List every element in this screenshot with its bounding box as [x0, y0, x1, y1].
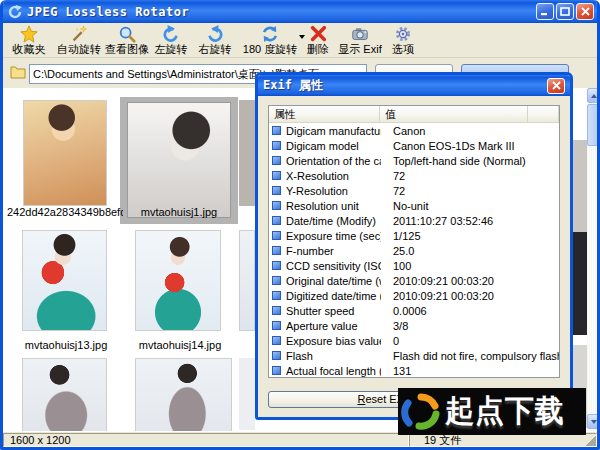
property-label: Actual focal length (mm) — [286, 365, 381, 377]
thumbnail-filename[interactable]: mvtaohuisj1.jpg — [123, 206, 235, 218]
property-label: Shutter speed — [286, 305, 381, 317]
property-label: Orientation of the camera — [286, 155, 381, 167]
property-icon — [272, 276, 281, 285]
thumbnail-filename[interactable]: mvtaohuisj13.jpg — [11, 339, 121, 351]
maximize-button[interactable] — [556, 3, 574, 20]
property-label: X-Resolution — [286, 170, 381, 182]
property-value: 72 — [381, 185, 559, 197]
thumbnail-image[interactable] — [239, 358, 255, 430]
table-row[interactable]: Resolution unitNo-unit — [269, 198, 559, 213]
table-row[interactable]: Exposure time (sec)1/125 — [269, 228, 559, 243]
table-row[interactable]: Y-Resolution72 — [269, 183, 559, 198]
table-row[interactable]: Shutter speed0.0006 — [269, 303, 559, 318]
delete-icon — [309, 25, 327, 43]
thumbnail-image[interactable] — [135, 230, 221, 331]
empty-column-header[interactable] — [528, 106, 559, 123]
thumbnail-image[interactable] — [135, 358, 232, 431]
thumbnail-image[interactable] — [127, 102, 231, 218]
thumbnail-image[interactable] — [23, 100, 107, 206]
gear-icon — [394, 25, 412, 43]
exif-dialog: Exif 属性 属性 值 Digicam manufacturerCanon D… — [255, 72, 573, 420]
property-value: 0.0006 — [381, 305, 559, 317]
rotate-180-button[interactable]: 180 度旋转 — [239, 23, 301, 57]
favorites-label: 收藏夹 — [13, 43, 46, 56]
property-label: Digicam manufacturer — [286, 125, 381, 137]
vertical-scrollbar[interactable] — [587, 88, 600, 431]
value-column-header[interactable]: 值 — [380, 106, 528, 123]
property-value: 1/125 — [381, 230, 559, 242]
table-row[interactable]: Original date/time (whe...2010:09:21 00:… — [269, 273, 559, 288]
toolbar: 收藏夹 自动旋转 查看图像 左旋转 右旋转 180 度旋转 删除 — [3, 23, 597, 58]
table-row[interactable]: FlashFlash did not fire, compulsory flas… — [269, 348, 559, 363]
rotate-right-button[interactable]: 右旋转 — [195, 23, 235, 57]
view-image-button[interactable]: 查看图像 — [103, 23, 151, 57]
watermark-text: 起点下载 — [445, 391, 565, 433]
minimize-button[interactable] — [536, 3, 554, 20]
property-icon — [272, 351, 281, 360]
exif-dialog-close-button[interactable] — [547, 78, 565, 94]
folder-icon — [10, 65, 26, 79]
auto-rotate-label: 自动旋转 — [57, 43, 101, 56]
thumbnail-image[interactable] — [239, 100, 255, 206]
view-image-label: 查看图像 — [105, 43, 149, 56]
property-label: Exposure bias value (E... — [286, 335, 381, 347]
auto-rotate-button[interactable]: 自动旋转 — [55, 23, 103, 57]
property-icon — [272, 306, 281, 315]
rotate-left-icon — [162, 25, 180, 43]
property-label: Digitized date/time (wh... — [286, 290, 381, 302]
options-label: 选项 — [392, 43, 414, 56]
scroll-up-button[interactable] — [587, 88, 600, 103]
show-exif-button[interactable]: 显示 Exif — [337, 23, 383, 57]
scrollbar-thumb[interactable] — [587, 104, 600, 146]
table-row[interactable]: CCD sensitivity (ISO)100 — [269, 258, 559, 273]
thumbnail-image[interactable] — [22, 358, 107, 431]
property-value: Top/left-hand side (Normal) — [381, 155, 559, 167]
thumbnail-image[interactable] — [573, 232, 587, 335]
window-title: JPEG Lossless Rotator — [27, 5, 536, 19]
property-icon — [272, 231, 281, 240]
table-row[interactable]: Date/time (Modify)2011:10:27 03:52:46 — [269, 213, 559, 228]
options-button[interactable]: 选项 — [387, 23, 419, 57]
property-icon — [272, 126, 281, 135]
table-row[interactable]: X-Resolution72 — [269, 168, 559, 183]
table-row[interactable]: Actual focal length (mm)131 — [269, 363, 559, 378]
thumbnail-image[interactable] — [22, 230, 107, 331]
thumbnail-image[interactable] — [239, 230, 255, 331]
property-column-header[interactable]: 属性 — [269, 106, 380, 123]
thumbnail-filename[interactable]: mvtaohuisj14.jpg — [125, 339, 235, 351]
arrow-up-icon — [591, 94, 597, 98]
property-icon — [272, 186, 281, 195]
table-row[interactable]: Orientation of the cameraTop/left-hand s… — [269, 153, 559, 168]
app-icon — [7, 4, 23, 20]
close-button[interactable] — [576, 3, 594, 20]
table-row[interactable]: F-number25.0 — [269, 243, 559, 258]
exif-table: 属性 值 Digicam manufacturerCanon Digicam m… — [268, 105, 560, 378]
scroll-down-button[interactable] — [587, 414, 600, 429]
property-label: CCD sensitivity (ISO) — [286, 260, 381, 272]
table-row[interactable]: Exposure bias value (E...0 — [269, 333, 559, 348]
exif-table-header: 属性 值 — [269, 106, 559, 123]
property-icon — [272, 171, 281, 180]
resize-grip[interactable] — [586, 436, 596, 446]
table-row[interactable]: Digicam manufacturerCanon — [269, 123, 559, 138]
property-value: Canon EOS-1Ds Mark III — [381, 140, 559, 152]
property-icon — [272, 366, 281, 375]
resolution-status: 1600 x 1200 — [3, 433, 409, 447]
property-value: 3/8 — [381, 320, 559, 332]
delete-button[interactable]: 删除 — [303, 23, 333, 57]
thumbnail-image[interactable] — [573, 140, 587, 232]
table-row[interactable]: Digitized date/time (wh...2010:09:21 00:… — [269, 288, 559, 303]
watermark: 起点下载 — [398, 388, 586, 435]
title-bar: JPEG Lossless Rotator — [0, 0, 600, 23]
thumbnail-filename[interactable]: 242dd42a2834349b8efd9c2... — [7, 206, 123, 218]
property-value: Canon — [381, 125, 559, 137]
property-label: Exposure time (sec) — [286, 230, 381, 242]
table-row[interactable]: Aperture value3/8 — [269, 318, 559, 333]
property-icon — [272, 336, 281, 345]
camera-icon — [351, 25, 369, 43]
property-label: Y-Resolution — [286, 185, 381, 197]
rotate-left-button[interactable]: 左旋转 — [151, 23, 191, 57]
favorites-button[interactable]: 收藏夹 — [7, 23, 51, 57]
property-icon — [272, 321, 281, 330]
table-row[interactable]: Digicam modelCanon EOS-1Ds Mark III — [269, 138, 559, 153]
